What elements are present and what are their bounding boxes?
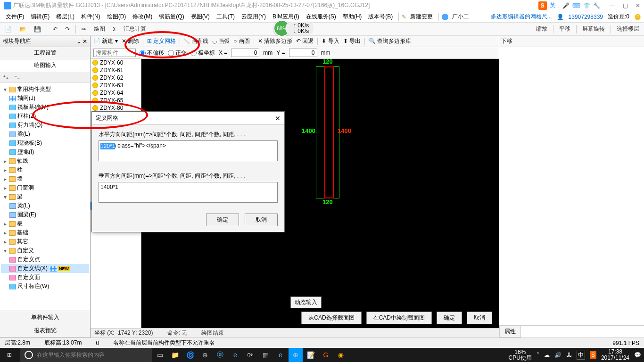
taskbar-app-2[interactable]: 🌀 — [183, 348, 197, 362]
tree-shearwall[interactable]: 剪力墙(Q) — [17, 121, 42, 129]
tree-customface[interactable]: 自定义面 — [17, 273, 40, 281]
cancel-button[interactable]: 取消 — [467, 312, 492, 324]
info-link[interactable]: 多边形编辑器的网格尺... — [491, 13, 552, 21]
delete-button[interactable]: ✕ 删除 — [122, 37, 139, 45]
import-button[interactable]: ⬇ 导入 — [322, 37, 339, 45]
dialog-cancel-button[interactable]: 取消 — [245, 214, 278, 226]
notification-icon[interactable]: 💬 — [634, 352, 641, 358]
ok-button[interactable]: 确定 — [437, 312, 462, 324]
list-item[interactable]: ZDYX-64 — [91, 89, 141, 97]
tree-slab[interactable]: 现浇板(B) — [17, 139, 42, 147]
cad-select-button[interactable]: 从CAD选择截面图 — [301, 312, 361, 324]
new-change-button[interactable]: 新建变更 — [407, 12, 436, 22]
new-file-icon[interactable]: 📄 — [3, 25, 14, 33]
taskbar-store-icon[interactable]: 🛍 — [243, 348, 257, 362]
redo-icon[interactable]: ↷ — [63, 25, 72, 33]
tree-dimension[interactable]: 尺寸标注(W) — [17, 282, 49, 290]
tab-single-input[interactable]: 单构件输入 — [0, 311, 90, 324]
tree-other[interactable]: 其它 — [17, 238, 28, 246]
tray-network-icon[interactable]: 🖧 — [566, 352, 572, 358]
taskbar-app-4[interactable]: ▦ — [258, 348, 272, 362]
no-offset-radio[interactable]: 不偏移 — [140, 49, 164, 57]
cad-draw-button[interactable]: 在CAD中绘制截面图 — [366, 312, 432, 324]
tree-beam1[interactable]: 梁(L) — [17, 130, 30, 138]
pan-button[interactable]: 平移 — [557, 24, 572, 34]
list-item[interactable]: ZDYX-63 — [91, 82, 141, 89]
tray-volume-icon[interactable]: 🔊 — [554, 352, 561, 358]
tree-column[interactable]: 柱 — [17, 166, 23, 174]
tab-draw-input[interactable]: 绘图输入 — [0, 59, 90, 72]
taskbar-app-6[interactable]: G — [319, 348, 333, 362]
define-grid-button[interactable]: ⊞ 定义网格 — [147, 37, 176, 45]
select-floor-button[interactable]: 选择楼层 — [615, 24, 641, 34]
tab-report-preview[interactable]: 报表预览 — [0, 324, 90, 337]
list-item[interactable]: ZDYX-60 — [91, 59, 141, 66]
tab-project-settings[interactable]: 工程设置 — [0, 47, 90, 59]
expand-icon[interactable]: ⁺₊ — [3, 74, 8, 81]
summary-label[interactable]: 汇总计算 — [122, 24, 148, 34]
taskbar-app-1[interactable]: 📁 — [168, 348, 182, 362]
taskbar-search[interactable]: 在这里输入你要搜索的内容 — [20, 348, 152, 362]
menu-view[interactable]: 视图(V) — [188, 12, 213, 22]
tree-beam-folder[interactable]: 梁 — [17, 193, 23, 201]
taskview-icon[interactable]: ▭ — [153, 348, 167, 362]
menu-help[interactable]: 帮助(H) — [340, 12, 365, 22]
tray-onedrive-icon[interactable]: ☁ — [544, 352, 550, 358]
export-button[interactable]: ⬆ 导出 — [343, 37, 361, 45]
taskbar-edge-icon[interactable]: e — [228, 348, 242, 362]
list-item[interactable]: ZDYX-65 — [91, 97, 141, 104]
menu-edit[interactable]: 编辑(E) — [28, 12, 52, 22]
close-icon[interactable]: ✕ — [636, 2, 640, 9]
menu-version[interactable]: 版本号(B) — [365, 12, 396, 22]
ime-settings-icon[interactable]: 🔧 — [593, 2, 600, 9]
rotate-button[interactable]: 屏幕旋转 — [580, 24, 607, 34]
menu-tool[interactable]: 工具(T) — [214, 12, 238, 22]
tree-beam2[interactable]: 梁(L) — [17, 202, 30, 210]
tree-axis[interactable]: 轴线 — [17, 157, 28, 165]
list-item[interactable]: ZDYX-80 — [91, 104, 141, 112]
ortho-radio[interactable]: 正交 — [168, 49, 187, 57]
tree-ringbeam[interactable]: 圈梁(E) — [17, 211, 36, 219]
y-input[interactable] — [289, 49, 317, 57]
dynamic-input-button[interactable]: 动态输入 — [290, 296, 322, 308]
taskbar-ie-icon[interactable]: ⓔ — [213, 348, 227, 362]
tab-attribute[interactable]: 属性 — [499, 326, 521, 337]
ime-keyboard-icon[interactable]: ⌨ — [572, 2, 580, 9]
draw-arc-button[interactable]: ◡ 画弧 — [212, 37, 230, 45]
draw-icon[interactable]: ✏ — [80, 25, 88, 33]
x-input[interactable] — [231, 49, 259, 57]
menu-cloud[interactable]: 云应用(Y) — [239, 12, 269, 22]
draw-label[interactable]: 绘图 — [92, 24, 107, 34]
tree-custompt[interactable]: 自定义点 — [17, 255, 40, 263]
ime-lang[interactable]: 英 — [550, 1, 555, 9]
ime-voice-icon[interactable]: , — [558, 2, 560, 9]
tree-opening[interactable]: 门窗洞 — [17, 184, 34, 192]
phone-number[interactable]: 13907298339 — [569, 14, 603, 20]
v-spacing-input[interactable] — [99, 182, 278, 203]
coin-icon[interactable]: 🪙 — [634, 14, 641, 20]
menu-floor[interactable]: 楼层(L) — [53, 12, 77, 22]
tree-wall[interactable]: 墙 — [17, 175, 23, 183]
tree-foundation[interactable]: 基础 — [17, 229, 28, 237]
user-avatar-icon[interactable] — [442, 14, 448, 20]
save-file-icon[interactable]: 💾 — [32, 25, 43, 33]
clear-polygon-button[interactable]: ✕ 清除多边形 — [258, 37, 292, 45]
ime-skin-icon[interactable]: 👕 — [583, 2, 590, 9]
draw-circle-button[interactable]: ○ 画圆 — [233, 37, 250, 45]
draw-line-button[interactable]: ╲ 画直线 — [184, 37, 208, 45]
tree-grid[interactable]: 轴网(J) — [17, 94, 35, 102]
tree-customln[interactable]: 自定义线(X) — [17, 264, 48, 272]
start-button[interactable]: ⊞ — [0, 348, 19, 362]
taskbar-edge2-icon[interactable]: e — [273, 348, 288, 362]
tree-framecol[interactable]: 框柱(Z) — [17, 112, 36, 120]
tray-sogou-icon[interactable]: S — [590, 351, 596, 359]
summary-icon[interactable]: Σ — [111, 25, 118, 33]
menu-draw[interactable]: 绘图(D) — [104, 12, 129, 22]
nav-panel-close-icon[interactable]: ⌄ ✕ — [76, 38, 87, 45]
menu-rebar[interactable]: 钢筋量(Q) — [156, 12, 187, 22]
minimize-icon[interactable]: — — [610, 2, 615, 9]
new-button[interactable]: 📄 新建 ▾ — [93, 37, 118, 45]
query-button[interactable]: 🔍 查询多边形库 — [369, 37, 411, 45]
menu-component[interactable]: 构件(N) — [78, 12, 103, 22]
sogou-icon[interactable]: S — [538, 1, 547, 10]
